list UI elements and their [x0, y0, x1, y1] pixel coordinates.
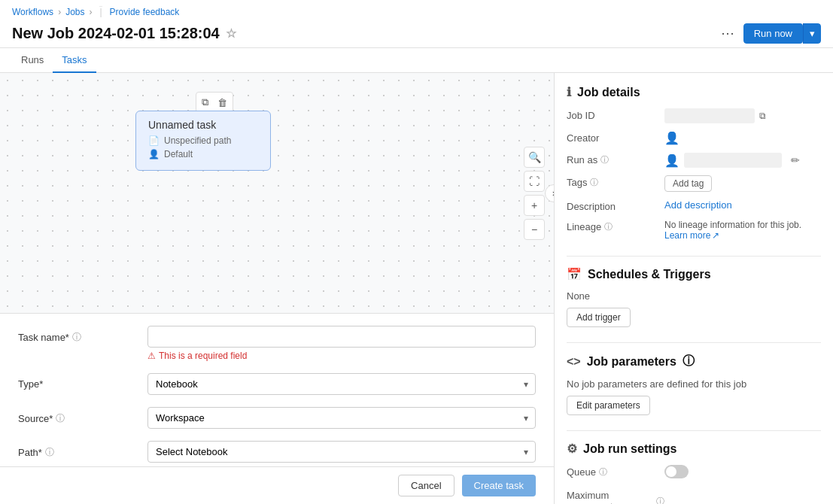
- task-name-control: ⚠ This is a required field: [147, 326, 536, 361]
- source-select[interactable]: Workspace: [147, 407, 536, 429]
- queue-toggle[interactable]: [664, 465, 689, 478]
- main-content: ⧉ 🗑 Unnamed task 📄 Unspecified path 👤 De…: [0, 73, 833, 504]
- error-icon: ⚠: [147, 351, 156, 361]
- max-concurrent-info-icon[interactable]: ⓘ: [656, 496, 664, 505]
- feedback-link[interactable]: Provide feedback: [110, 7, 180, 17]
- tags-value: Add tag: [664, 175, 821, 192]
- run-now-chevron[interactable]: ▾: [803, 23, 821, 44]
- breadcrumb-workflows[interactable]: Workflows: [12, 7, 53, 17]
- canvas-controls: 🔍 ⛶ + −: [524, 147, 545, 240]
- right-panel: ℹ Job details Job ID ⧉ Creator 👤: [555, 73, 833, 504]
- job-run-settings-title: ⚙ Job run settings: [567, 442, 821, 456]
- path-info-icon[interactable]: ⓘ: [45, 446, 54, 459]
- task-name-error: ⚠ This is a required field: [147, 351, 536, 361]
- copy-task-button[interactable]: ⧉: [199, 95, 211, 110]
- create-task-button[interactable]: Create task: [462, 475, 536, 496]
- creator-row: Creator 👤: [567, 131, 821, 145]
- job-id-row: Job ID ⧉: [567, 108, 821, 123]
- lineage-label: Lineage ⓘ: [567, 220, 664, 232]
- path-icon: 📄: [148, 135, 160, 146]
- lineage-value: No lineage information for this job. Lea…: [664, 220, 821, 241]
- run-as-info-icon[interactable]: ⓘ: [600, 154, 609, 165]
- description-row: Description Add description: [567, 199, 821, 212]
- header: Workflows › Jobs › | Provide feedback Ne…: [0, 0, 833, 48]
- divider-1: [567, 256, 821, 257]
- zoom-in-button[interactable]: +: [524, 195, 545, 216]
- tags-info-icon[interactable]: ⓘ: [590, 177, 598, 188]
- run-as-value: 👤 ✏: [664, 153, 821, 168]
- task-name-input[interactable]: [147, 326, 536, 348]
- queue-info-icon[interactable]: ⓘ: [599, 466, 607, 478]
- task-name-info-icon[interactable]: ⓘ: [72, 331, 81, 344]
- queue-value: [664, 465, 821, 481]
- source-row: Source* ⓘ Workspace ▾: [18, 407, 536, 429]
- run-now-group: Run now ▾: [743, 23, 821, 44]
- job-parameters-info-icon[interactable]: ⓘ: [683, 354, 695, 369]
- tab-tasks[interactable]: Tasks: [53, 48, 96, 73]
- code-icon: <>: [567, 355, 581, 369]
- job-id-input: [664, 108, 755, 123]
- path-row: Path* ⓘ Select Notebook ▾: [18, 441, 536, 463]
- task-card-title: Unnamed task: [148, 119, 258, 131]
- tab-runs[interactable]: Runs: [12, 48, 53, 73]
- form-footer: Cancel Create task: [0, 466, 554, 504]
- task-card-compute: 👤 Default: [148, 149, 258, 159]
- job-parameters-section: <> Job parameters ⓘ No job parameters ar…: [567, 354, 821, 415]
- zoom-out-button[interactable]: −: [524, 219, 545, 240]
- type-row: Type* Notebook ▾: [18, 373, 536, 395]
- tabs: Runs Tasks: [0, 48, 833, 73]
- job-details-title: ℹ Job details: [567, 85, 821, 99]
- run-as-label: Run as ⓘ: [567, 153, 664, 165]
- job-id-value: ⧉: [664, 108, 821, 123]
- more-options-button[interactable]: ⋯: [718, 22, 737, 44]
- form-area: Task name* ⓘ ⚠ This is a required field …: [0, 314, 554, 466]
- tags-row: Tags ⓘ Add tag: [567, 175, 821, 192]
- job-id-label: Job ID: [567, 108, 664, 121]
- edit-parameters-button[interactable]: Edit parameters: [567, 396, 650, 415]
- schedules-none: None: [567, 290, 821, 302]
- header-actions: ⋯ Run now ▾: [718, 22, 821, 44]
- task-name-label: Task name* ⓘ: [18, 326, 138, 344]
- creator-label: Creator: [567, 131, 664, 144]
- copy-icon[interactable]: ⧉: [759, 111, 766, 121]
- fullscreen-button[interactable]: ⛶: [524, 171, 545, 192]
- learn-more-link[interactable]: Learn more ↗: [664, 230, 821, 241]
- toggle-knob: [666, 466, 676, 477]
- info-section-icon: ℹ: [567, 85, 571, 99]
- breadcrumb-jobs[interactable]: Jobs: [65, 7, 84, 17]
- sep1: ›: [58, 7, 61, 17]
- queue-label: Queue ⓘ: [567, 465, 664, 478]
- task-card[interactable]: Unnamed task 📄 Unspecified path 👤 Defaul…: [135, 111, 271, 171]
- type-select[interactable]: Notebook: [147, 373, 536, 395]
- schedules-section: 📅 Schedules & Triggers None Add trigger: [567, 267, 821, 327]
- job-parameters-title: <> Job parameters ⓘ: [567, 354, 821, 369]
- lineage-info-icon[interactable]: ⓘ: [604, 221, 613, 232]
- add-trigger-button[interactable]: Add trigger: [567, 308, 631, 327]
- cancel-button[interactable]: Cancel: [398, 475, 454, 496]
- add-description-button[interactable]: Add description: [664, 199, 732, 211]
- divider-3: [567, 430, 821, 431]
- title-row: New Job 2024-02-01 15:28:04 ☆ ⋯ Run now …: [12, 22, 821, 44]
- task-toolbar: ⧉ 🗑: [196, 92, 233, 113]
- creator-value: 👤: [664, 131, 821, 145]
- job-title-text: New Job 2024-02-01 15:28:04: [12, 25, 220, 42]
- star-icon[interactable]: ☆: [226, 26, 236, 41]
- delete-task-button[interactable]: 🗑: [214, 95, 230, 110]
- left-panel: ⧉ 🗑 Unnamed task 📄 Unspecified path 👤 De…: [0, 73, 555, 504]
- search-canvas-button[interactable]: 🔍: [524, 147, 545, 168]
- path-select[interactable]: Select Notebook: [147, 441, 536, 463]
- path-control: Select Notebook ▾: [147, 441, 536, 463]
- add-tag-button[interactable]: Add tag: [664, 175, 712, 192]
- type-label: Type*: [18, 373, 138, 390]
- job-title: New Job 2024-02-01 15:28:04 ☆: [12, 25, 236, 42]
- creator-person-icon: 👤: [664, 132, 679, 144]
- job-details-section: ℹ Job details Job ID ⧉ Creator 👤: [567, 85, 821, 241]
- compute-icon: 👤: [148, 149, 160, 159]
- run-now-button[interactable]: Run now: [743, 23, 803, 44]
- run-as-edit-icon[interactable]: ✏: [791, 154, 800, 166]
- queue-row: Queue ⓘ: [567, 465, 821, 481]
- source-control: Workspace ▾: [147, 407, 536, 429]
- source-info-icon[interactable]: ⓘ: [56, 412, 65, 425]
- calendar-icon: 📅: [567, 267, 582, 281]
- path-label: Path* ⓘ: [18, 441, 138, 459]
